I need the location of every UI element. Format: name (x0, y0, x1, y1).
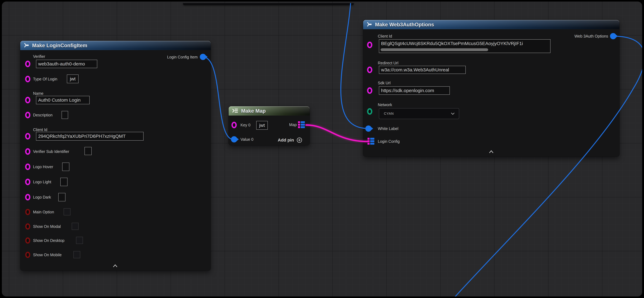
pin-label-value-0: Value 0 (240, 137, 254, 142)
add-pin-plus-icon (296, 137, 302, 143)
input-pin-client-id[interactable] (367, 42, 372, 48)
pin-label-key-0: Key 0 (240, 122, 250, 128)
node-make-map[interactable]: Make Map Key 0 jwt Map Value 0 Add pin (229, 106, 310, 145)
verifier-sub-identifier-field[interactable] (84, 147, 92, 155)
verifier-field[interactable]: web3auth-auth0-demo (36, 60, 97, 68)
input-pin-client-id[interactable] (25, 133, 30, 140)
input-pin-show-on-modal[interactable] (25, 223, 30, 230)
pin-label-show-on-desktop: Show On Desktop (33, 238, 64, 243)
input-pin-description[interactable] (25, 112, 30, 118)
pin-label-logo-light: Logo Light (33, 180, 51, 184)
pin-label-redirect-url: Redirect Url (378, 60, 398, 66)
chevron-up-icon (112, 264, 118, 268)
main-option-checkbox[interactable] (64, 208, 70, 216)
node-title: Make LoginConfigItem (32, 42, 87, 48)
pin-label-login-config-item: Login Config Item (167, 54, 198, 60)
input-pin-logo-dark[interactable] (25, 194, 30, 200)
pin-label-client-id: Client Id (33, 127, 48, 132)
type-of-login-field[interactable]: jwt (67, 74, 78, 83)
node-header-make-map[interactable]: Make Map (229, 106, 310, 116)
input-pin-logo-light[interactable] (25, 178, 30, 185)
name-field[interactable]: Auth0 Custom Login (36, 96, 90, 104)
make-struct-icon (24, 42, 30, 49)
show-on-modal-checkbox[interactable] (72, 223, 78, 230)
input-pin-verifier-sub-identifier[interactable] (25, 148, 30, 155)
wire-map-to-login-config[interactable] (306, 125, 369, 142)
network-dropdown[interactable]: CYAN (379, 108, 459, 119)
redirect-url-field[interactable]: w3a://com.w3a.Web3AuthUnreal (379, 66, 466, 74)
pin-label-network: Network (378, 102, 392, 107)
logo-light-field[interactable] (60, 178, 68, 186)
input-pin-key-0[interactable] (232, 122, 237, 128)
node-header-make-login-config-item[interactable]: Make LoginConfigItem (20, 41, 211, 50)
output-pin-web3auth-options[interactable] (610, 33, 616, 39)
pin-label-show-on-modal: Show On Modal (33, 224, 61, 229)
pin-label-show-on-mobile: Show On Mobile (33, 252, 62, 257)
pin-label-name: Name (33, 91, 44, 96)
add-pin-button[interactable]: Add pin (278, 137, 302, 143)
pin-label-client-id: Client Id (378, 34, 392, 39)
input-pin-white-label[interactable] (365, 126, 372, 132)
logo-dark-field[interactable] (58, 193, 66, 201)
collapse-advanced-pins-button[interactable] (112, 264, 118, 268)
node-make-web3auth-options[interactable]: Make Web3AuthOptions Web 3Auth Options C… (363, 20, 619, 157)
make-struct-icon (366, 22, 372, 28)
input-pin-verifier[interactable] (25, 61, 30, 67)
client-id-field[interactable]: 294QRkchfq2YaXUbPri7D6PH7xzHgQMT (36, 132, 144, 140)
blueprint-editor: Make LoginConfigItem Login Config Item V… (0, 0, 644, 298)
input-pin-network[interactable] (367, 108, 372, 115)
input-pin-logo-hover[interactable] (25, 164, 30, 170)
pin-label-logo-dark: Logo Dark (33, 195, 51, 200)
pin-label-web3auth-options: Web 3Auth Options (574, 34, 608, 39)
chevron-down-icon (451, 112, 455, 115)
sdk-url-field[interactable]: https://sdk.openlogin.com (379, 86, 450, 95)
node-make-login-config-item[interactable]: Make LoginConfigItem Login Config Item V… (20, 41, 211, 270)
pin-label-type-of-login: Type Of Login (33, 76, 57, 82)
node-header-make-web3auth-options[interactable]: Make Web3AuthOptions (363, 20, 619, 29)
key-0-field[interactable]: jwt (256, 121, 268, 130)
pin-label-logo-hover: Logo Hover (33, 164, 53, 169)
node-title: Make Map (241, 108, 266, 114)
description-field[interactable] (62, 111, 68, 119)
pin-label-white-label: White Label (378, 126, 398, 131)
input-pin-name[interactable] (25, 97, 30, 103)
input-pin-main-option[interactable] (25, 209, 30, 215)
input-pin-type-of-login[interactable] (25, 76, 30, 82)
pin-label-map: Map (289, 122, 297, 127)
chevron-up-icon (488, 150, 494, 154)
offscreen-node-edge[interactable] (183, 3, 354, 5)
node-title: Make Web3AuthOptions (375, 22, 434, 28)
input-pin-sdk-url[interactable] (367, 87, 372, 94)
network-dropdown-value: CYAN (384, 112, 394, 116)
input-pin-show-on-mobile[interactable] (25, 252, 30, 258)
input-pin-login-config[interactable] (368, 138, 375, 145)
pin-label-verifier-sub-identifier: Verifier Sub Identifier (33, 149, 69, 154)
pin-label-sdk-url: Sdk Url (378, 80, 390, 86)
show-on-desktop-checkbox[interactable] (76, 237, 83, 244)
input-pin-value-0[interactable] (231, 136, 237, 142)
logo-hover-field[interactable] (62, 162, 69, 171)
pin-label-login-config: Login Config (378, 139, 400, 144)
collapse-advanced-pins-button[interactable] (488, 150, 495, 154)
make-map-icon (232, 108, 238, 114)
pin-label-description: Description (33, 112, 52, 118)
client-id-field-scrollbar[interactable] (380, 48, 488, 51)
show-on-mobile-checkbox[interactable] (74, 251, 80, 258)
input-pin-show-on-desktop[interactable] (25, 237, 30, 244)
blueprint-canvas[interactable]: Make LoginConfigItem Login Config Item V… (2, 2, 642, 296)
pin-label-verifier: Verifier (33, 54, 45, 59)
pin-label-main-option: Main Option (33, 210, 54, 214)
output-pin-map[interactable] (298, 121, 305, 128)
output-pin-login-config-item[interactable] (200, 54, 206, 60)
add-pin-label: Add pin (278, 138, 294, 142)
input-pin-redirect-url[interactable] (367, 66, 372, 73)
